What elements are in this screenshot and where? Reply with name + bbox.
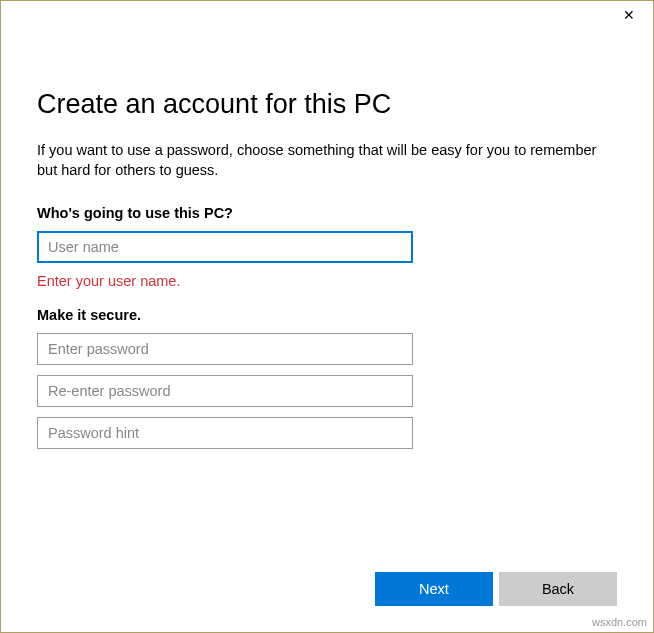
password-input[interactable] bbox=[37, 333, 413, 365]
page-description: If you want to use a password, choose so… bbox=[37, 140, 617, 181]
confirm-password-input[interactable] bbox=[37, 375, 413, 407]
username-error: Enter your user name. bbox=[37, 273, 617, 289]
secure-section-label: Make it secure. bbox=[37, 307, 617, 323]
password-hint-input[interactable] bbox=[37, 417, 413, 449]
username-input[interactable] bbox=[37, 231, 413, 263]
titlebar: ✕ bbox=[1, 1, 653, 29]
back-button[interactable]: Back bbox=[499, 572, 617, 606]
next-button[interactable]: Next bbox=[375, 572, 493, 606]
button-bar: Next Back bbox=[375, 572, 617, 606]
watermark: wsxdn.com bbox=[592, 616, 647, 628]
close-icon[interactable]: ✕ bbox=[619, 5, 639, 25]
user-section-label: Who's going to use this PC? bbox=[37, 205, 617, 221]
page-title: Create an account for this PC bbox=[37, 89, 617, 120]
content-area: Create an account for this PC If you wan… bbox=[1, 29, 653, 632]
dialog-window: ✕ Create an account for this PC If you w… bbox=[0, 0, 654, 633]
